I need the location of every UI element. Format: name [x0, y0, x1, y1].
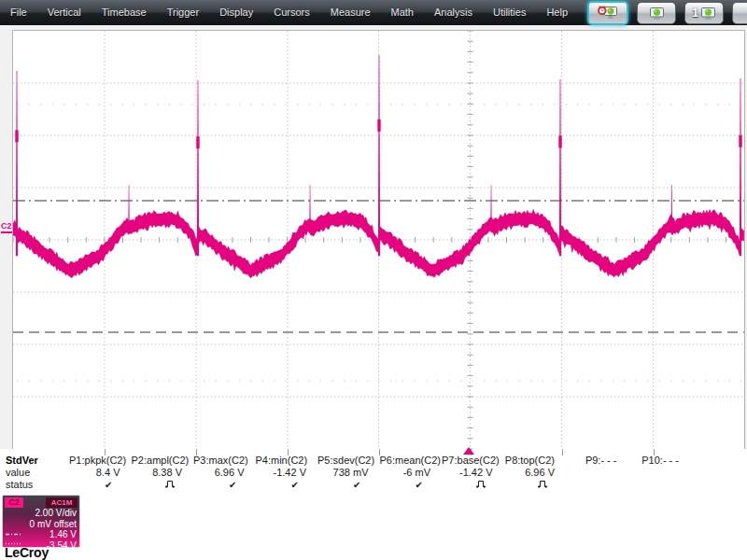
measure-header-p5: P5:sdev(C2): [317, 455, 380, 467]
menu-item-help[interactable]: Help: [536, 0, 578, 25]
coupling-chip: AC1M: [46, 497, 78, 508]
monitor-icon: [649, 7, 665, 21]
status-check-icon: ✔: [353, 480, 360, 490]
measure-status-p5: ✔: [317, 479, 380, 491]
partial-toolbar-button[interactable]: [732, 2, 747, 24]
toolbar: 1: [587, 1, 747, 25]
measure-value-p8: 6.96 V: [504, 467, 567, 479]
measure-value-p2: 8.38 V: [132, 467, 194, 479]
measure-header-p10: P10:- - -: [628, 455, 691, 467]
waveform-svg: [13, 31, 744, 449]
menu-item-timebase[interactable]: Timebase: [92, 0, 157, 25]
measure-header-p8: P8:top(C2): [504, 455, 567, 467]
status-check-icon: ✔: [229, 480, 236, 490]
measure-status-p9: [566, 479, 628, 491]
graticule: [12, 30, 745, 450]
channel-descriptor-c2[interactable]: C2 AC1M 2.00 V/div 0 mV offset 1.46 V -3…: [2, 495, 80, 548]
menu-bar: FileVerticalTimebaseTriggerDisplayCursor…: [0, 0, 747, 25]
lecroy-logo: LeCroy: [5, 545, 49, 560]
menu-item-measure[interactable]: Measure: [320, 0, 381, 25]
tall-spike: [197, 80, 199, 256]
waveform-display: C2: [0, 25, 747, 449]
alarm-clock-monitor-button[interactable]: [587, 1, 628, 25]
grid-division-tick: [105, 449, 106, 455]
dash-dot-level-icon: [6, 533, 22, 536]
menu-item-vertical[interactable]: Vertical: [37, 0, 92, 25]
status-pulse-icon: [476, 480, 486, 488]
small-spike: [490, 185, 491, 230]
measure-status-p8: [504, 479, 567, 491]
measure-value-p3: 6.96 V: [193, 467, 256, 479]
measure-header-p1: P1:pkpk(C2): [69, 455, 132, 467]
small-spike: [309, 185, 310, 230]
channel-label-chip: C2: [5, 497, 23, 508]
status-check-icon: ✔: [291, 480, 299, 490]
menu-item-utilities[interactable]: Utilities: [483, 0, 536, 25]
lecroy-scope-app: FileVerticalTimebaseTriggerDisplayCursor…: [0, 0, 747, 560]
channel-c2-zero-marker[interactable]: C2: [1, 222, 12, 233]
measure-status-p7: [442, 479, 504, 491]
measure-header-p7: P7:base(C2): [442, 455, 504, 467]
volts-per-div: 2.00 V/div: [4, 508, 77, 519]
tall-spike: [559, 79, 561, 256]
measure-status-p3: ✔: [193, 479, 256, 491]
measure-header-p2: P2:ampl(C2): [132, 455, 194, 467]
menu-item-display[interactable]: Display: [209, 0, 263, 25]
status-check-icon: ✔: [105, 480, 112, 490]
measure-header-p3: P3:max(C2): [193, 455, 256, 467]
grid-division-tick: [562, 449, 563, 455]
monitor-1-status-button[interactable]: 1: [684, 2, 724, 24]
grid-division-tick: [196, 449, 197, 455]
small-spike: [128, 185, 129, 230]
measure-header-p6: P6:mean(C2): [380, 455, 443, 467]
menu-item-cursors[interactable]: Cursors: [263, 0, 320, 25]
measure-value-p5: 738 mV: [317, 467, 380, 479]
tall-spike: [378, 55, 380, 256]
measure-header-p4: P4:min(C2): [256, 455, 318, 467]
menu-item-file[interactable]: File: [0, 0, 37, 25]
grid-division-tick: [288, 449, 289, 455]
grid-division-tick: [379, 449, 380, 455]
measure-header-p9: P9:- - -: [566, 455, 628, 467]
small-spike: [671, 185, 672, 230]
measure-status-p1: ✔: [69, 479, 132, 491]
measure-value-p6: -6 mV: [380, 467, 443, 479]
measure-value-p1: 8.4 V: [69, 467, 132, 479]
table-row-label-value: value: [6, 467, 69, 479]
grid-division-tick: [654, 449, 655, 455]
measure-value-p10: [628, 467, 691, 479]
measure-status-p6: ✔: [380, 479, 443, 491]
measure-value-p7: -1.42 V: [442, 467, 504, 479]
toolbar-button-1-label: 1: [692, 7, 698, 19]
measure-value-p9: [566, 467, 628, 479]
status-pulse-icon: [165, 480, 175, 488]
alarm-clock-monitor-icon: [597, 5, 619, 21]
measurement-table: StdVerP1:pkpk(C2)P2:ampl(C2)P3:max(C2)P4…: [6, 455, 690, 491]
table-row-label-status: status: [6, 479, 69, 491]
status-pulse-icon: [538, 480, 547, 488]
monitor-status-button[interactable]: [637, 2, 676, 24]
monitor-icon: [700, 7, 716, 21]
table-row-label-name: StdVer: [6, 455, 69, 467]
tall-spike: [16, 71, 18, 256]
measure-status-p10: [628, 479, 691, 491]
measure-status-p2: [132, 479, 194, 491]
menu-item-analysis[interactable]: Analysis: [424, 0, 483, 25]
measure-value-p4: -1.42 V: [256, 467, 318, 479]
menu-item-math[interactable]: Math: [381, 0, 424, 25]
trigger-position-marker[interactable]: [463, 447, 474, 455]
menu-item-trigger[interactable]: Trigger: [157, 0, 209, 25]
status-check-icon: ✔: [416, 480, 423, 490]
measure-status-p4: ✔: [256, 479, 318, 491]
menu-items: FileVerticalTimebaseTriggerDisplayCursor…: [0, 0, 578, 25]
offset-value: 0 mV offset: [4, 519, 77, 530]
